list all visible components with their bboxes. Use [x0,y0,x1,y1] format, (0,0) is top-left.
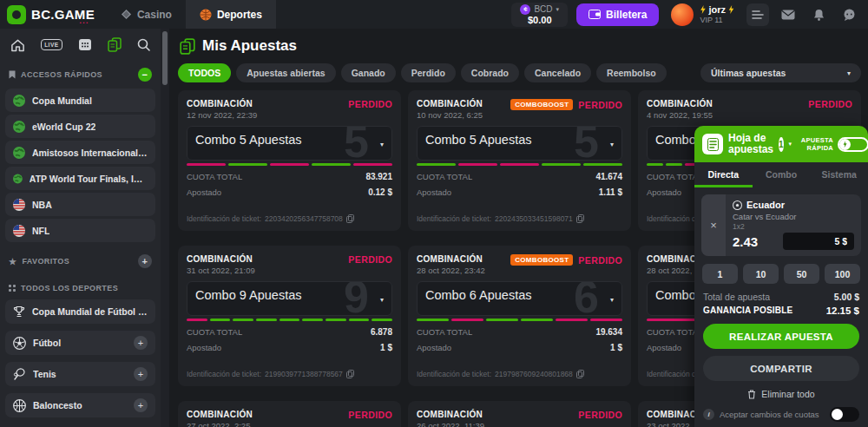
sidebar-item-label: Baloncesto [33,400,127,411]
bcgame-logo-icon [7,5,26,24]
filter-ganado[interactable]: Ganado [341,63,396,82]
stake-50-button[interactable]: 50 [784,264,819,284]
collapse-quick-access-button[interactable]: − [138,68,152,82]
tab-combo[interactable]: Combo [753,162,811,187]
logo[interactable]: BC.GAME••• [0,5,107,24]
wallet-icon [589,10,601,19]
sort-dropdown[interactable]: Últimas apuestas ▾ [700,63,861,82]
chevron-down-icon: ▾ [380,296,384,304]
accept-odds-toggle[interactable] [830,407,859,422]
tab-sistema[interactable]: Sistema [810,162,868,187]
combo-expander[interactable]: Combo 5 Apuestas 5 ▾ [417,126,622,161]
notifications-button[interactable] [807,3,830,26]
total-row: Total de apuesta 5.00 $ [703,292,859,302]
soccer-icon [13,337,26,350]
copy-icon[interactable] [576,370,584,378]
filter-cancelado[interactable]: Cancelado [524,63,591,82]
globe-icon [13,173,23,185]
status-badge: PERDIDO [348,410,392,420]
add-favorite-button[interactable]: + [138,254,152,268]
live-button[interactable]: LIVE [41,39,62,50]
sidebar-item-atp-finals[interactable]: ATP World Tour Finals, Indiv. Masc. [5,167,155,190]
wallet-button[interactable]: Billetera [576,3,659,26]
tab-deportes[interactable]: Deportes [186,0,276,29]
sidebar-item-eworld-cup[interactable]: eWorld Cup 22 [5,115,155,138]
sidebar-item-amistosos[interactable]: Amistosos Internacionales [5,141,155,164]
sidebar-item-nfl[interactable]: NFL [5,219,155,242]
sidebar-icon-rail: LIVE [5,34,155,61]
my-bets-button[interactable] [108,37,122,52]
sidebar-item-label: Amistosos Internacionales [32,148,148,158]
selection-team: Ecuador [746,200,785,210]
scrollbar-thumb[interactable] [162,31,168,85]
chevron-down-icon[interactable]: ▾ [789,141,792,148]
stake-100-button[interactable]: 100 [825,264,860,284]
betslip-count-badge[interactable]: 1 [779,137,784,152]
sidebar-item-label: ATP World Tour Finals, Indiv. Masc. [30,174,148,184]
expand-baloncesto-button[interactable]: + [134,398,148,412]
stake-10-button[interactable]: 10 [743,264,779,284]
copy-icon[interactable] [346,214,354,223]
globe-icon [13,95,25,107]
stake-input[interactable] [783,233,854,250]
expand-tenis-button[interactable]: + [134,367,148,381]
status-badge: PERDIDO [578,410,622,420]
currency-selector[interactable]: ¢ BCD ▾ $0.00 [511,3,568,27]
combo-expander[interactable]: Combo 9 Apuestas 9 ▾ [187,281,392,316]
sidebar-item-label: Copa Mundial de Fútbol de 2022 [32,306,148,317]
sidebar-item-copa-mundial-2022[interactable]: Copa Mundial de Fútbol de 2022 [5,299,155,324]
ticket-id: Identificación de ticket:220342025634775… [187,214,392,223]
combo-expander[interactable]: Combo 6 Apuestas 6 ▾ [417,281,622,316]
filter-apuestas-abiertas[interactable]: Apuestas abiertas [236,63,335,82]
bookmark-icon [9,70,16,79]
expand-futbol-button[interactable]: + [134,336,148,350]
sidebar-item-futbol[interactable]: Fútbol + [5,331,155,355]
sidebar-item-copa-mundial[interactable]: Copa Mundial [5,89,155,112]
quick-bet-toggle[interactable] [838,137,868,152]
avatar[interactable] [671,3,694,26]
bet-card: COMBINACIÓN 12 nov 2022, 22:39 COMBOBOOS… [178,90,401,231]
legs-progress [417,163,622,166]
sidebar-item-nba[interactable]: NBA [5,193,155,216]
tab-directa[interactable]: Directa [694,162,753,187]
copy-icon[interactable] [346,370,354,378]
filter-perdido[interactable]: Perdido [401,63,456,82]
filter-cobrado[interactable]: Cobrado [461,63,519,82]
place-bet-button[interactable]: REALIZAR APUESTA [703,324,859,349]
total-value: 5.00 $ [834,292,859,302]
sidebar-scrollbar[interactable] [161,29,169,427]
sidebar-item-baloncesto[interactable]: Baloncesto + [5,393,155,417]
sidebar-item-label: NFL [32,226,49,236]
bets-list-button[interactable] [746,3,769,26]
betslip-selection: × Ecuador Catar vs Ecuador 1x2 2.43 [701,194,861,256]
sidebar-item-tenis[interactable]: Tenis + [5,362,155,386]
basketball-outline-icon [13,399,26,412]
live-icon: LIVE [41,39,62,50]
status-badge: PERDIDO [808,99,852,109]
chat-button[interactable] [838,3,860,26]
page-title: Mis Apuestas [202,37,297,55]
stake-1-button[interactable]: 1 [702,264,738,284]
user-menu[interactable]: jorz VIP 11 [700,4,734,24]
filter-reembolso[interactable]: Reembolso [596,63,667,82]
tab-casino[interactable]: Casino [107,0,186,29]
filter-todos[interactable]: TODOS [178,63,231,82]
calendar-button[interactable] [78,38,92,51]
clear-all-button[interactable]: Eliminar todo [694,389,868,399]
comboboost-badge: COMBOBOOST [510,99,573,110]
messages-button[interactable] [777,3,799,26]
copy-icon[interactable] [576,214,584,223]
ticket-id: Identificación de ticket:220243503345159… [417,214,622,223]
soccer-icon [733,200,742,210]
selection-odds: 2.43 [733,234,758,249]
combo-expander[interactable]: Combo 5 Apuestas 5 ▾ [187,126,392,161]
info-icon: i [703,409,714,420]
home-button[interactable] [10,38,25,52]
remove-selection-button[interactable]: × [701,194,726,256]
status-badge: PERDIDO [578,255,622,266]
win-value: 12.15 $ [826,305,859,316]
mail-icon [781,10,795,20]
share-button[interactable]: COMPARTIR [703,356,859,381]
search-button[interactable] [137,38,150,51]
tennis-icon [13,368,26,381]
